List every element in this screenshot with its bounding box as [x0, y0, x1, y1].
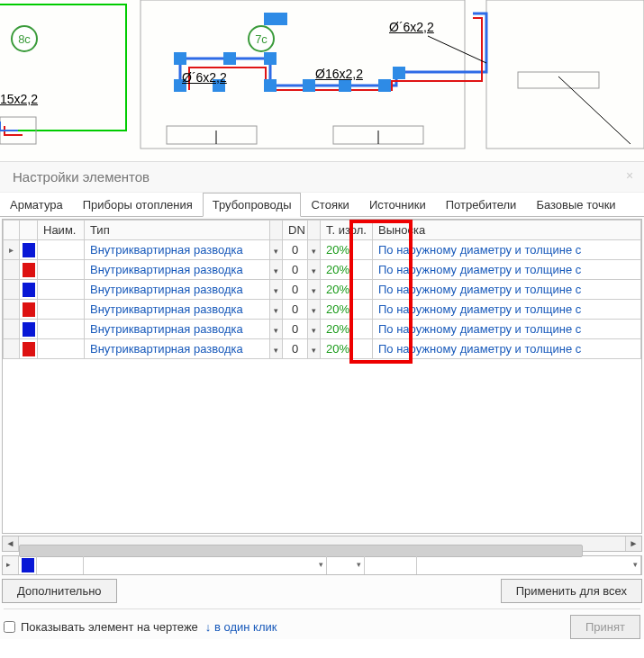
row-type-dd[interactable]: ▾	[270, 280, 283, 300]
filter-iso[interactable]	[365, 556, 417, 574]
tab-heating-devices[interactable]: Приборы отопления	[73, 193, 203, 216]
row-callout[interactable]: По наружному диаметру и толщине с	[373, 260, 641, 280]
row-dn-dd[interactable]: ▾	[308, 300, 321, 320]
col-color	[20, 221, 38, 240]
row-callout[interactable]: По наружному диаметру и толщине с	[373, 300, 641, 320]
row-dn-dd[interactable]: ▾	[308, 339, 321, 359]
row-name[interactable]	[38, 300, 85, 320]
row-dn[interactable]: 0	[283, 260, 308, 280]
row-color[interactable]	[20, 280, 38, 300]
row-dn[interactable]: 0	[283, 300, 308, 320]
tab-consumers[interactable]: Потребители	[436, 193, 527, 216]
tab-sources[interactable]: Источники	[359, 193, 436, 216]
show-on-drawing-row: Показывать элемент на чертеже ↓ в один к…	[4, 608, 640, 639]
row-type-dd[interactable]: ▾	[270, 240, 283, 260]
one-click-link[interactable]: ↓ в один клик	[205, 620, 277, 634]
col-callout[interactable]: Выноска	[373, 221, 641, 240]
svg-rect-0	[0, 5, 126, 131]
row-callout[interactable]: По наружному диаметру и толщине с	[373, 339, 641, 359]
col-iso[interactable]: Т. изол.	[321, 221, 373, 240]
row-dn[interactable]: 0	[283, 280, 308, 300]
row-type-dd[interactable]: ▾	[270, 339, 283, 359]
svg-rect-7	[174, 52, 186, 65]
row-iso[interactable]: 20%	[321, 280, 373, 300]
row-color[interactable]	[20, 320, 38, 339]
table-row[interactable]: Внутриквартирная разводка▾0▾20%По наружн…	[4, 280, 641, 300]
row-dn-dd[interactable]: ▾	[308, 280, 321, 300]
row-iso[interactable]: 20%	[321, 320, 373, 339]
row-type-dd[interactable]: ▾	[270, 300, 283, 320]
row-type[interactable]: Внутриквартирная разводка	[85, 240, 270, 260]
table-row[interactable]: Внутриквартирная разводка▾0▾20%По наружн…	[4, 260, 641, 280]
grid-empty-space	[3, 359, 641, 533]
row-marker	[4, 260, 20, 280]
row-type[interactable]: Внутриквартирная разводка	[85, 320, 270, 339]
svg-rect-16	[339, 79, 351, 92]
row-callout[interactable]: По наружному диаметру и толщине с	[373, 320, 641, 339]
scroll-thumb[interactable]	[19, 545, 583, 557]
drawing-canvas[interactable]: 8с 7с 15x2,2 Ø´6x2,2 Ø16x2,2 Ø´6x2,2	[0, 0, 644, 162]
filter-type[interactable]: ▾	[84, 556, 327, 574]
svg-rect-18	[393, 67, 405, 79]
row-callout[interactable]: По наружному диаметру и толщине с	[373, 240, 641, 260]
tab-base-points[interactable]: Базовые точки	[526, 193, 625, 216]
filter-name[interactable]	[37, 556, 84, 574]
row-type[interactable]: Внутриквартирная разводка	[85, 280, 270, 300]
tab-risers[interactable]: Стояки	[301, 193, 358, 216]
row-dn-dd[interactable]: ▾	[308, 320, 321, 339]
button-bar: Дополнительно Применить для всех	[2, 579, 642, 603]
filter-callout[interactable]: ▾	[417, 556, 641, 574]
svg-rect-10	[264, 52, 277, 65]
row-type-dd[interactable]: ▾	[270, 260, 283, 280]
row-dn-dd[interactable]: ▾	[308, 260, 321, 280]
row-name[interactable]	[38, 339, 85, 359]
filter-dn[interactable]: ▾	[327, 556, 365, 574]
tab-pipelines[interactable]: Трубопроводы	[203, 193, 302, 217]
table-row[interactable]: Внутриквартирная разводка▾0▾20%По наружн…	[4, 339, 641, 359]
row-dn[interactable]: 0	[283, 320, 308, 339]
row-name[interactable]	[38, 280, 85, 300]
row-type[interactable]: Внутриквартирная разводка	[85, 300, 270, 320]
row-dn[interactable]: 0	[283, 240, 308, 260]
row-marker	[4, 339, 20, 359]
row-iso[interactable]: 20%	[321, 300, 373, 320]
close-icon[interactable]: ×	[621, 167, 639, 185]
svg-rect-6	[518, 72, 599, 88]
col-dn[interactable]: DN	[283, 221, 308, 240]
row-color[interactable]	[20, 260, 38, 280]
row-type[interactable]: Внутриквартирная разводка	[85, 260, 270, 280]
row-iso[interactable]: 20%	[321, 240, 373, 260]
show-on-drawing-label: Показывать элемент на чертеже	[21, 620, 198, 634]
svg-line-21	[428, 36, 486, 63]
row-name[interactable]	[38, 320, 85, 339]
row-dn[interactable]: 0	[283, 339, 308, 359]
scroll-right-icon[interactable]: ►	[625, 536, 641, 551]
apply-all-button[interactable]: Применить для всех	[501, 579, 642, 603]
scroll-left-icon[interactable]: ◄	[3, 536, 19, 551]
filter-color[interactable]	[19, 556, 37, 574]
row-iso[interactable]: 20%	[321, 260, 373, 280]
row-name[interactable]	[38, 240, 85, 260]
table-row[interactable]: ▸Внутриквартирная разводка▾0▾20%По наруж…	[4, 240, 641, 260]
row-name[interactable]	[38, 260, 85, 280]
row-iso[interactable]: 20%	[321, 339, 373, 359]
row-callout[interactable]: По наружному диаметру и толщине с	[373, 280, 641, 300]
row-type-dd[interactable]: ▾	[270, 320, 283, 339]
row-color[interactable]	[20, 339, 38, 359]
tab-armature[interactable]: Арматура	[0, 193, 73, 216]
col-type[interactable]: Тип	[85, 221, 270, 240]
filter-marker[interactable]: ▸	[3, 556, 19, 574]
svg-rect-17	[378, 79, 391, 92]
show-on-drawing-checkbox[interactable]	[4, 621, 15, 633]
additional-button[interactable]: Дополнительно	[2, 579, 117, 603]
row-type[interactable]: Внутриквартирная разводка	[85, 339, 270, 359]
table-row[interactable]: Внутриквартирная разводка▾0▾20%По наружн…	[4, 320, 641, 339]
table-row[interactable]: Внутриквартирная разводка▾0▾20%По наружн…	[4, 300, 641, 320]
row-color[interactable]	[20, 300, 38, 320]
accept-button[interactable]: Принят	[570, 615, 640, 639]
row-color[interactable]	[20, 240, 38, 260]
h-scrollbar[interactable]: ◄ ►	[2, 536, 642, 552]
room-badge: 8с	[11, 25, 38, 52]
col-name[interactable]: Наим.	[38, 221, 85, 240]
row-dn-dd[interactable]: ▾	[308, 240, 321, 260]
